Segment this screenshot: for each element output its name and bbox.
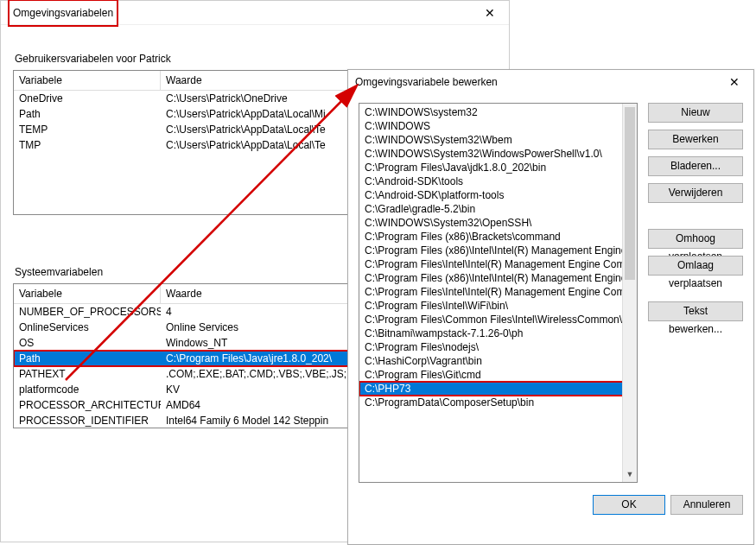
list-item[interactable]: C:\WINDOWS\System32\WindowsPowerShell\v1… — [359, 147, 637, 161]
list-item[interactable]: C:\Program Files\Java\jdk1.8.0_202\bin — [359, 161, 637, 174]
col-name-header[interactable]: Variabele — [14, 284, 161, 303]
list-item[interactable]: C:\Android-SDK\platform-tools — [359, 188, 637, 202]
edit-footer: OK Annuleren — [359, 495, 743, 515]
list-item[interactable]: C:\Bitnami\wampstack-7.1.26-0\ph — [359, 326, 637, 340]
scroll-down-icon[interactable]: ▼ — [623, 467, 637, 482]
list-item[interactable]: C:\Program Files (x86)\Intel\Intel(R) Ma… — [359, 244, 637, 257]
cell-name: PROCESSOR_ARCHITECTURE — [14, 397, 161, 413]
cancel-button[interactable]: Annuleren — [670, 495, 743, 515]
delete-button[interactable]: Verwijderen — [648, 183, 743, 203]
cell-name: TMP — [14, 137, 161, 153]
list-item[interactable]: C:\Android-SDK\tools — [359, 174, 637, 188]
list-item[interactable]: C:\ProgramData\ComposerSetup\bin — [359, 396, 637, 409]
edit-title-text: Omgevingsvariabele bewerken — [355, 70, 498, 94]
list-item[interactable]: C:\WINDOWS — [359, 119, 637, 133]
list-item[interactable]: C:\Program Files\Git\cmd — [359, 368, 637, 382]
cell-name: TEMP — [14, 122, 161, 137]
new-button[interactable]: Nieuw — [648, 103, 743, 123]
edit-button[interactable]: Bewerken — [648, 130, 743, 149]
edit-titlebar: Omgevingsvariabele bewerken ✕ — [348, 70, 753, 94]
cell-name: PATHEXT — [14, 366, 161, 382]
main-title-text: Omgevingsvariabelen — [8, 0, 118, 27]
move-down-button[interactable]: Omlaag verplaatsen — [648, 256, 743, 276]
list-item[interactable]: C:\PHP73 — [359, 382, 637, 396]
cell-name: platformcode — [14, 382, 161, 397]
side-buttons: Nieuw Bewerken Bladeren... Verwijderen O… — [648, 103, 743, 483]
list-item[interactable]: C:\Program Files\Intel\WiFi\bin\ — [359, 299, 637, 313]
list-item[interactable]: C:\WINDOWS\system32 — [359, 105, 637, 119]
main-titlebar: Omgevingsvariabelen ✕ — [1, 1, 509, 25]
list-item[interactable]: C:\Program Files\nodejs\ — [359, 340, 637, 354]
list-item[interactable]: C:\WINDOWS\System32\OpenSSH\ — [359, 216, 637, 230]
edit-area: C:\WINDOWS\system32C:\WINDOWSC:\WINDOWS\… — [359, 103, 743, 483]
cell-name: NUMBER_OF_PROCESSORS — [14, 304, 161, 320]
list-item[interactable]: C:\HashiCorp\Vagrant\bin — [359, 354, 637, 368]
list-item[interactable]: C:\Program Files\Intel\Intel(R) Manageme… — [359, 257, 637, 271]
cell-name: Path — [14, 106, 161, 122]
cell-name: Path — [14, 351, 161, 366]
cell-name: OnlineServices — [14, 320, 161, 335]
list-item[interactable]: C:\Program Files (x86)\Brackets\command — [359, 230, 637, 244]
col-name-header[interactable]: Variabele — [14, 71, 161, 90]
move-up-button[interactable]: Omhoog verplaatsen — [648, 229, 743, 249]
cell-name: PROCESSOR_IDENTIFIER — [14, 413, 161, 428]
cell-name: OneDrive — [14, 91, 161, 106]
browse-button[interactable]: Bladeren... — [648, 156, 743, 176]
edit-env-var-dialog: Omgevingsvariabele bewerken ✕ C:\WINDOWS… — [347, 69, 754, 545]
close-icon[interactable]: ✕ — [722, 70, 746, 94]
list-item[interactable]: C:\Program Files (x86)\Intel\Intel(R) Ma… — [359, 271, 637, 285]
path-list[interactable]: C:\WINDOWS\system32C:\WINDOWSC:\WINDOWS\… — [359, 103, 638, 483]
list-item[interactable]: C:\Gradle\gradle-5.2\bin — [359, 202, 637, 216]
list-item[interactable]: C:\WINDOWS\System32\Wbem — [359, 133, 637, 147]
list-item[interactable]: C:\Program Files\Common Files\Intel\Wire… — [359, 313, 637, 326]
edit-body: C:\WINDOWS\system32C:\WINDOWSC:\WINDOWS\… — [348, 94, 753, 523]
scroll-thumb[interactable] — [625, 107, 635, 280]
cell-name: OS — [14, 335, 161, 351]
user-vars-label: Gebruikersvariabelen voor Patrick — [15, 53, 497, 65]
scrollbar-vertical[interactable]: ▲ ▼ — [622, 104, 637, 482]
close-icon[interactable]: ✕ — [478, 1, 502, 25]
ok-button[interactable]: OK — [593, 495, 665, 515]
list-item[interactable]: C:\Program Files\Intel\Intel(R) Manageme… — [359, 285, 637, 299]
edit-text-button[interactable]: Tekst bewerken... — [648, 301, 743, 321]
